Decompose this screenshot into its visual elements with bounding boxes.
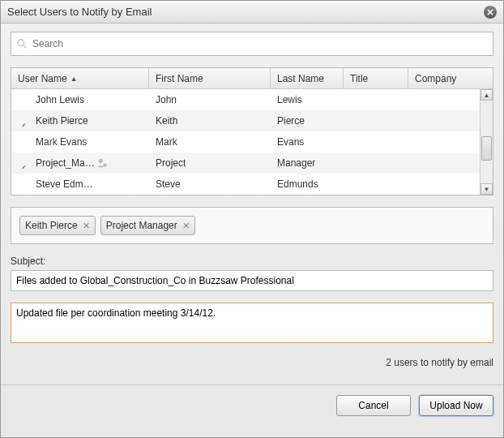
scrollbar[interactable]: ▲ ▼: [480, 89, 493, 195]
table-row[interactable]: John LewisJohnLewis: [11, 89, 493, 110]
cell-first-name: Steve: [149, 178, 271, 190]
search-field[interactable]: [11, 32, 493, 56]
users-table: User Name▲ First Name Last Name Title Co…: [11, 67, 493, 195]
col-company[interactable]: Company: [408, 68, 493, 88]
search-input[interactable]: [32, 38, 488, 49]
col-title[interactable]: Title: [344, 68, 408, 88]
subject-input[interactable]: [11, 270, 493, 291]
table-row[interactable]: Mark EvansMarkEvans: [11, 131, 493, 152]
button-bar: Cancel Upload Now: [1, 385, 503, 426]
cell-last-name: Lewis: [271, 94, 344, 105]
cell-last-name: Pierce: [271, 115, 344, 127]
cell-user-name: ✓Keith Pierce: [11, 115, 149, 127]
chip-label: Keith Pierce: [25, 220, 78, 231]
svg-point-2: [98, 159, 102, 163]
cell-last-name: Manager: [271, 157, 344, 169]
titlebar: Select Users to Notify by Email: [1, 1, 503, 24]
upload-now-button[interactable]: Upload Now: [419, 395, 493, 416]
sort-asc-icon: ▲: [70, 75, 78, 83]
scroll-up-icon[interactable]: ▲: [481, 89, 493, 101]
search-icon: [16, 38, 28, 49]
dialog-title: Select Users to Notify by Email: [7, 6, 484, 18]
col-first-name[interactable]: First Name: [149, 68, 271, 88]
cell-first-name: Keith: [149, 115, 271, 127]
chip: Keith Pierce✕: [19, 216, 96, 235]
cell-user-name: Steve Edm…: [11, 178, 149, 190]
table-row[interactable]: Steve Edm…SteveEdmunds: [11, 174, 493, 195]
group-icon: [96, 157, 108, 169]
chip-remove-icon[interactable]: ✕: [182, 221, 190, 231]
chip-remove-icon[interactable]: ✕: [83, 221, 90, 231]
scroll-down-icon[interactable]: ▼: [481, 183, 493, 195]
check-icon: ✓: [18, 162, 29, 170]
svg-point-0: [18, 40, 24, 46]
table-row[interactable]: ✓Project_Ma…ProjectManager: [11, 152, 493, 174]
col-last-name[interactable]: Last Name: [271, 68, 344, 88]
subject-label: Subject:: [11, 256, 493, 267]
status-text: 2 users to notify by email: [11, 357, 493, 368]
selected-chips: Keith Pierce✕Project Manager✕: [11, 207, 493, 244]
cell-last-name: Edmunds: [271, 178, 344, 190]
table-row[interactable]: ✓Keith PierceKeithPierce: [11, 110, 493, 131]
svg-point-3: [103, 164, 106, 167]
col-user-name[interactable]: User Name▲: [11, 68, 149, 88]
svg-line-1: [23, 45, 27, 49]
cell-first-name: Project: [149, 157, 271, 169]
cell-last-name: Evans: [271, 136, 344, 148]
close-icon[interactable]: [484, 6, 497, 19]
cell-first-name: Mark: [149, 136, 271, 148]
notify-dialog: Select Users to Notify by Email User Nam…: [0, 0, 504, 438]
cell-user-name: John Lewis: [11, 94, 149, 105]
cell-user-name: ✓Project_Ma…: [11, 157, 149, 170]
check-icon: ✓: [18, 120, 29, 127]
table-header: User Name▲ First Name Last Name Title Co…: [11, 68, 493, 89]
message-input[interactable]: [11, 303, 493, 343]
cell-first-name: John: [149, 94, 271, 105]
scroll-thumb[interactable]: [481, 136, 492, 161]
cancel-button[interactable]: Cancel: [336, 395, 411, 416]
chip: Project Manager✕: [100, 216, 195, 235]
chip-label: Project Manager: [106, 220, 177, 231]
cell-user-name: Mark Evans: [11, 136, 149, 148]
